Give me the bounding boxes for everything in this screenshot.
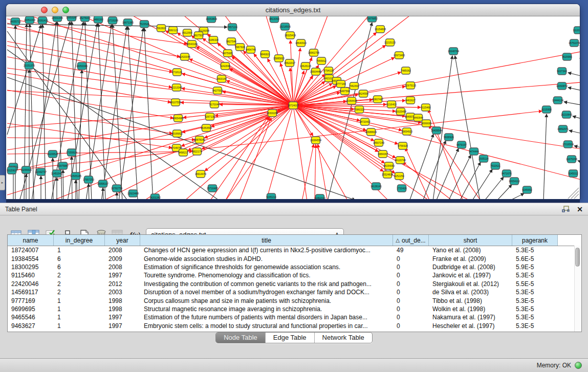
cell-in_degree[interactable]: 1 [54, 322, 105, 330]
cell-name[interactable]: 18724007 [8, 247, 54, 254]
graph-edge[interactable] [202, 105, 293, 149]
cell-in_degree[interactable]: 2 [54, 280, 105, 288]
graph-node[interactable]: 9440644 [413, 114, 423, 121]
graph-edge[interactable] [578, 161, 580, 163]
graph-node[interactable]: 7632621 [490, 162, 500, 169]
graph-node[interactable]: 19218506 [279, 23, 291, 30]
graph-node[interactable]: 22420046 [179, 53, 190, 60]
graph-node[interactable]: 11675358 [566, 156, 577, 163]
cell-title[interactable]: Corpus callosum shape and size in male p… [140, 297, 393, 304]
graph-node[interactable]: 15524834 [382, 171, 393, 178]
table-row[interactable]: 1938455462009Genome-wide association stu… [8, 254, 581, 262]
cell-pagerank[interactable]: 5.3E-5 [512, 297, 558, 304]
graph-edge[interactable] [119, 28, 143, 200]
cell-pagerank[interactable]: 5.3E-5 [512, 272, 558, 279]
graph-node[interactable]: 19904448 [310, 68, 321, 75]
graph-node[interactable]: 9474444 [469, 148, 479, 155]
table-row[interactable]: 911546021997Tourette syndrome. Phenomeno… [8, 271, 581, 279]
graph-edge[interactable] [568, 188, 579, 199]
graph-node[interactable]: 6794028 [323, 67, 334, 74]
column-header-out_degree[interactable]: △out_de... [393, 235, 429, 246]
cell-short[interactable]: Jankovic et al. (1997) [429, 272, 512, 279]
graph-node[interactable]: 12923488 [127, 190, 139, 197]
close-panel-icon[interactable]: ✕ [577, 206, 583, 213]
cell-title[interactable]: Structural magnetic resonance image aver… [140, 305, 393, 313]
graph-node[interactable]: 18724007 [288, 102, 299, 109]
graph-edge[interactable] [573, 116, 580, 120]
graph-node[interactable]: 9846821 [260, 51, 270, 58]
cell-pagerank[interactable]: 5.9E-5 [512, 264, 558, 271]
graph-node[interactable]: 3884067 [378, 150, 388, 158]
graph-node[interactable]: 20973493 [394, 52, 405, 59]
cell-pagerank[interactable]: 5.6E-5 [512, 255, 558, 262]
table-row[interactable]: 1872400712008Changes of HCN gene express… [8, 246, 581, 254]
column-header-pagerank[interactable]: pagerank [512, 235, 558, 246]
graph-node[interactable]: 20053346 [76, 62, 88, 70]
graph-edge[interactable] [318, 144, 328, 200]
table-row[interactable]: 1456911722003Disruption of a novel membe… [8, 288, 581, 296]
graph-node[interactable]: 9267130 [205, 113, 215, 120]
column-header-name[interactable]: name [8, 235, 54, 246]
graph-node[interactable]: 16543169 [186, 40, 198, 48]
graph-node[interactable]: 9498217 [178, 149, 188, 156]
cell-in_degree[interactable]: 6 [54, 264, 105, 271]
graph-node[interactable]: 8912954 [182, 29, 192, 36]
graph-node[interactable]: 12215133 [384, 39, 396, 46]
cell-out_degree[interactable]: 0 [393, 297, 429, 304]
cell-year[interactable]: 1998 [105, 297, 140, 304]
graph-node[interactable]: 15885820 [273, 55, 285, 62]
graph-edge[interactable] [210, 117, 268, 200]
graph-node[interactable]: 2803144 [216, 75, 227, 82]
cell-out_degree[interactable]: 0 [393, 314, 429, 321]
graph-node[interactable]: 17359924 [66, 149, 77, 156]
graph-node[interactable]: 7955812 [316, 57, 326, 64]
graph-node[interactable]: 9875685 [223, 50, 233, 57]
graph-node[interactable]: 12505185 [70, 172, 81, 180]
graph-node[interactable]: 8660123 [168, 27, 178, 34]
cell-year[interactable]: 2009 [105, 255, 140, 262]
graph-node[interactable]: 16154808 [375, 26, 386, 33]
graph-node[interactable]: 8471676 [502, 170, 512, 177]
graph-edge[interactable] [7, 46, 293, 105]
graph-node[interactable]: 16671385 [122, 19, 134, 26]
graph-node[interactable]: 14120746 [395, 157, 406, 164]
graph-edge[interactable] [7, 27, 180, 57]
graph-edge[interactable] [569, 130, 580, 135]
graph-node[interactable]: 20091416 [37, 17, 48, 24]
graph-node[interactable]: 7462662 [349, 82, 359, 90]
cell-short[interactable]: Wolkin et al. (1998) [429, 305, 512, 313]
graph-node[interactable]: 8813054 [269, 16, 279, 23]
graph-node[interactable]: 18300295 [267, 110, 278, 117]
graph-node[interactable]: 6466160 [93, 16, 103, 23]
graph-node[interactable]: 9315901 [7, 167, 17, 174]
graph-edge[interactable] [63, 170, 63, 200]
cell-in_degree[interactable]: 1 [54, 305, 105, 313]
graph-node[interactable]: 9245012 [568, 170, 578, 177]
cell-year[interactable]: 1998 [105, 305, 140, 313]
graph-node[interactable]: 20151376 [24, 62, 35, 69]
graph-node[interactable]: 10653287 [66, 16, 77, 21]
graph-edge[interactable] [564, 102, 580, 106]
graph-edge[interactable] [436, 148, 459, 200]
graph-node[interactable]: 8215958 [541, 106, 552, 113]
graph-node[interactable]: 20531346 [52, 16, 63, 21]
graph-edge[interactable] [302, 144, 314, 200]
zoom-window-icon[interactable] [62, 7, 69, 13]
graph-node[interactable]: 19654985 [172, 115, 184, 122]
graph-edge[interactable] [7, 25, 41, 135]
cell-name[interactable]: 18300295 [8, 264, 54, 271]
graph-edge[interactable] [85, 22, 92, 200]
cell-short[interactable]: Stergiakouli et al. (2012) [429, 280, 512, 288]
graph-node[interactable]: 11120344 [573, 27, 580, 34]
graph-node[interactable]: 16782759 [111, 185, 122, 192]
graph-node[interactable]: 20364436 [346, 97, 357, 104]
table-scrollbar-thumb[interactable] [575, 248, 580, 267]
cell-in_degree[interactable]: 6 [54, 255, 105, 262]
graph-node[interactable]: 7485063 [401, 67, 411, 74]
graph-edge[interactable] [290, 40, 293, 105]
graph-node[interactable]: 6216403 [386, 101, 397, 108]
side-panel-collapse-handle[interactable]: ▸ [0, 175, 5, 190]
graph-edge[interactable] [79, 70, 82, 200]
graph-node[interactable]: 19654923 [401, 128, 412, 135]
cell-name[interactable]: 19384554 [8, 255, 54, 262]
